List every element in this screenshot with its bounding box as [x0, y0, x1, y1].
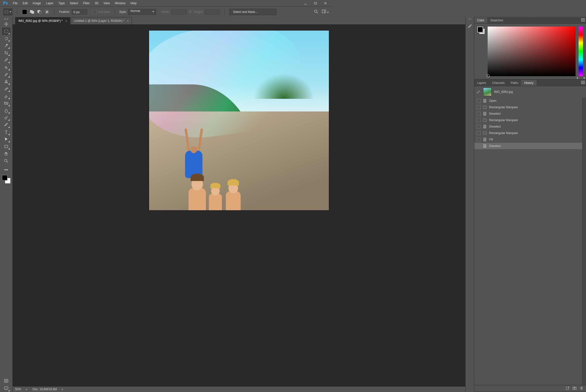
- selection-subtract-icon[interactable]: [37, 9, 43, 15]
- document-tab[interactable]: Untitled-1 @ 50% (Layer 1, RGB/8#) *×: [71, 17, 132, 24]
- svg-point-12: [314, 10, 317, 12]
- tool-history-brush[interactable]: [2, 86, 10, 92]
- feather-input[interactable]: [72, 9, 87, 15]
- tool-dodge[interactable]: [2, 114, 10, 121]
- window-maximize-button[interactable]: [311, 1, 320, 6]
- selection-intersect-icon[interactable]: [44, 9, 50, 15]
- feather-label: Feather:: [59, 10, 70, 14]
- tool-lasso[interactable]: [2, 35, 10, 42]
- tool-move[interactable]: [2, 20, 10, 28]
- style-label: Style:: [119, 10, 127, 14]
- menu-3d[interactable]: 3D: [92, 0, 101, 6]
- menu-file[interactable]: File: [11, 0, 20, 6]
- menu-layer[interactable]: Layer: [44, 0, 56, 6]
- tool-shape[interactable]: [2, 143, 10, 150]
- app-logo: Ps: [2, 1, 11, 6]
- svg-rect-4: [5, 11, 8, 13]
- tool-zoom[interactable]: [2, 158, 10, 164]
- window-close-button[interactable]: [320, 1, 330, 6]
- tool-eyedropper[interactable]: [2, 56, 10, 64]
- close-icon[interactable]: ×: [127, 19, 129, 23]
- swap-dimensions-icon: [188, 10, 192, 14]
- selection-add-icon[interactable]: [29, 9, 35, 15]
- window-minimize-button[interactable]: [301, 1, 311, 6]
- svg-rect-8: [39, 11, 42, 14]
- foreground-background-swatch[interactable]: [2, 175, 11, 184]
- svg-rect-14: [322, 10, 326, 13]
- tool-brush[interactable]: [2, 71, 10, 78]
- svg-rect-21: [5, 145, 8, 148]
- height-input: [205, 9, 220, 15]
- menu-edit[interactable]: Edit: [20, 0, 30, 6]
- tool-gradient[interactable]: [2, 100, 10, 107]
- svg-line-18: [5, 102, 8, 104]
- svg-rect-16: [5, 30, 8, 33]
- menu-view[interactable]: View: [101, 0, 112, 6]
- toolstrip-collapse-icon[interactable]: [0, 17, 13, 19]
- svg-rect-11: [47, 11, 48, 13]
- width-input: [171, 9, 187, 15]
- tool-crop[interactable]: [2, 50, 10, 56]
- menu-window[interactable]: Window: [112, 0, 128, 6]
- svg-line-23: [7, 161, 8, 162]
- tool-path-select[interactable]: [2, 136, 10, 143]
- menu-image[interactable]: Image: [30, 0, 44, 6]
- tool-stamp[interactable]: [2, 78, 10, 85]
- search-icon[interactable]: [314, 10, 318, 15]
- selection-new-icon[interactable]: [22, 9, 28, 15]
- svg-point-24: [5, 170, 6, 170]
- tool-pen[interactable]: [2, 122, 10, 128]
- width-label: Width:: [162, 10, 170, 14]
- menu-help[interactable]: Help: [128, 0, 139, 6]
- svg-point-26: [7, 170, 8, 170]
- close-icon[interactable]: ×: [65, 19, 67, 23]
- svg-rect-6: [32, 11, 34, 14]
- edit-toolbar-button[interactable]: [2, 166, 10, 173]
- workspace-switcher-icon[interactable]: [322, 10, 329, 15]
- menu-select[interactable]: Select: [67, 0, 81, 6]
- svg-point-19: [5, 117, 7, 119]
- document-tab-title: IMG_6062.jpg @ 50% (RGB/8*) *: [18, 19, 63, 22]
- document-tab-title: Untitled-1 @ 50% (Layer 1, RGB/8#) *: [74, 19, 125, 22]
- select-and-mask-button[interactable]: Select and Mask...: [229, 9, 276, 15]
- current-tool-indicator[interactable]: [4, 8, 13, 16]
- svg-rect-1: [314, 2, 317, 4]
- tool-marquee[interactable]: [2, 28, 10, 35]
- menu-filter[interactable]: Filter: [81, 0, 92, 6]
- antialias-checkbox: [93, 10, 96, 14]
- svg-point-25: [6, 170, 7, 170]
- style-select[interactable]: Normal: [128, 9, 156, 15]
- tool-wand[interactable]: [2, 42, 10, 49]
- tool-hand[interactable]: [2, 150, 10, 157]
- document-canvas[interactable]: [149, 30, 329, 210]
- document-tab[interactable]: IMG_6062.jpg @ 50% (RGB/8*) *×: [15, 17, 70, 24]
- menu-type[interactable]: Type: [56, 0, 67, 6]
- svg-point-22: [5, 159, 7, 162]
- tool-healing[interactable]: [2, 64, 10, 71]
- tool-type[interactable]: [2, 128, 10, 136]
- svg-line-20: [7, 116, 8, 118]
- antialias-label: Anti-alias: [98, 10, 110, 14]
- height-label: Height:: [194, 10, 203, 14]
- svg-line-13: [317, 12, 318, 14]
- tool-eraser[interactable]: [2, 92, 10, 100]
- tool-blur[interactable]: [2, 107, 10, 114]
